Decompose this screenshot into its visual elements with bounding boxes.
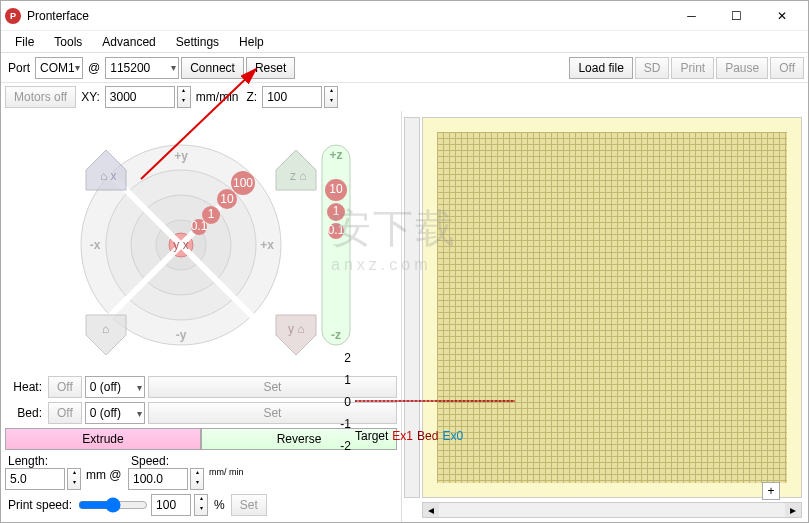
z-speed-input[interactable]: 100 — [262, 86, 322, 108]
legend-target: Target — [355, 429, 388, 443]
svg-text:+z: +z — [329, 148, 342, 162]
viewer-scrollbar-x[interactable]: ◂▸ — [422, 502, 802, 518]
add-button[interactable]: + — [762, 482, 780, 500]
minimize-button[interactable]: ─ — [669, 2, 714, 30]
speed-spin[interactable]: ▴▾ — [190, 468, 204, 490]
ytick: 2 — [344, 351, 351, 365]
length-unit: mm @ — [83, 468, 125, 490]
extrude-button[interactable]: Extrude — [5, 428, 201, 450]
bed-temp-select[interactable]: 0 (off) — [85, 402, 145, 424]
svg-rect-28 — [322, 145, 350, 345]
port-label: Port — [5, 61, 33, 75]
connect-button[interactable]: Connect — [181, 57, 244, 79]
heat-temp-select[interactable]: 0 (off) — [85, 376, 145, 398]
svg-text:+y: +y — [174, 149, 188, 163]
heat-off-button[interactable]: Off — [48, 376, 82, 398]
motors-off-button[interactable]: Motors off — [5, 86, 76, 108]
print-speed-input[interactable]: 100 — [151, 494, 191, 516]
z-spin[interactable]: ▴▾ — [324, 86, 338, 108]
off-button[interactable]: Off — [770, 57, 804, 79]
svg-text:10: 10 — [220, 192, 234, 206]
xy-label: XY: — [78, 90, 103, 104]
print-speed-unit: % — [211, 498, 228, 512]
svg-text:0.1: 0.1 — [328, 223, 345, 237]
reset-button[interactable]: Reset — [246, 57, 295, 79]
heat-label: Heat: — [5, 380, 45, 394]
length-input[interactable]: 5.0 — [5, 468, 65, 490]
length-label: Length: — [5, 454, 125, 468]
svg-text:-z: -z — [331, 328, 341, 342]
sd-button[interactable]: SD — [635, 57, 670, 79]
print-speed-label: Print speed: — [5, 498, 75, 512]
menu-bar: File Tools Advanced Settings Help — [1, 31, 808, 53]
ytick: -2 — [340, 439, 351, 453]
length-spin[interactable]: ▴▾ — [67, 468, 81, 490]
port-select[interactable]: COM1 — [35, 57, 83, 79]
close-button[interactable]: ✕ — [759, 2, 804, 30]
home-z-button: z ⌂ — [276, 150, 316, 190]
svg-text:100: 100 — [233, 176, 253, 190]
at-label: @ — [85, 61, 103, 75]
baud-select[interactable]: 115200 — [105, 57, 179, 79]
print-speed-slider[interactable] — [78, 497, 148, 513]
toolbar: Port COM1 @ 115200 Connect Reset Load fi… — [1, 53, 808, 83]
ytick: -1 — [340, 417, 351, 431]
ytick: 0 — [344, 395, 351, 409]
svg-text:-x: -x — [90, 238, 101, 252]
menu-help[interactable]: Help — [231, 33, 272, 51]
svg-text:y x: y x — [173, 238, 188, 252]
svg-text:⌂: ⌂ — [102, 322, 109, 336]
print-speed-spin[interactable]: ▴▾ — [194, 494, 208, 516]
svg-text:⌂ x: ⌂ x — [100, 169, 117, 183]
svg-text:-y: -y — [176, 328, 187, 342]
svg-text:1: 1 — [333, 204, 340, 218]
menu-file[interactable]: File — [7, 33, 42, 51]
svg-text:1: 1 — [208, 207, 215, 221]
mm-min-label: mm/min — [193, 90, 242, 104]
xy-jog-control[interactable]: 0.1 1 10 100 +y -y +x -x y x — [5, 115, 397, 374]
temperature-chart: 2 1 0 -1 -2 Target Ex1 Bed Ex0 — [335, 351, 515, 481]
svg-text:y ⌂: y ⌂ — [288, 322, 305, 336]
home-y-button: y ⌂ — [276, 315, 316, 355]
print-button[interactable]: Print — [671, 57, 714, 79]
menu-settings[interactable]: Settings — [168, 33, 227, 51]
load-file-button[interactable]: Load file — [569, 57, 632, 79]
svg-text:z ⌂: z ⌂ — [290, 169, 307, 183]
legend-bed: Bed — [417, 429, 438, 443]
maximize-button[interactable]: ☐ — [714, 2, 759, 30]
bed-label: Bed: — [5, 406, 45, 420]
z-label: Z: — [244, 90, 261, 104]
app-icon: P — [5, 8, 21, 24]
menu-tools[interactable]: Tools — [46, 33, 90, 51]
svg-text:10: 10 — [329, 182, 343, 196]
speed-unit: mm/ min — [206, 468, 247, 490]
pause-button[interactable]: Pause — [716, 57, 768, 79]
z-jog-control: +z -z 10 1 0.1 — [322, 145, 350, 345]
menu-advanced[interactable]: Advanced — [94, 33, 163, 51]
xy-speed-input[interactable]: 3000 — [105, 86, 175, 108]
bed-off-button[interactable]: Off — [48, 402, 82, 424]
title-bar: P Pronterface ─ ☐ ✕ — [1, 1, 808, 31]
window-title: Pronterface — [27, 9, 669, 23]
home-all-button: ⌂ — [86, 315, 126, 355]
ytick: 1 — [344, 373, 351, 387]
print-speed-set-button[interactable]: Set — [231, 494, 267, 516]
legend-ex1: Ex1 — [392, 429, 413, 443]
speed-input[interactable]: 100.0 — [128, 468, 188, 490]
legend-ex0: Ex0 — [442, 429, 463, 443]
speed-row: Motors off XY: 3000 ▴▾ mm/min Z: 100 ▴▾ — [1, 83, 808, 111]
svg-text:+x: +x — [260, 238, 274, 252]
xy-spin[interactable]: ▴▾ — [177, 86, 191, 108]
